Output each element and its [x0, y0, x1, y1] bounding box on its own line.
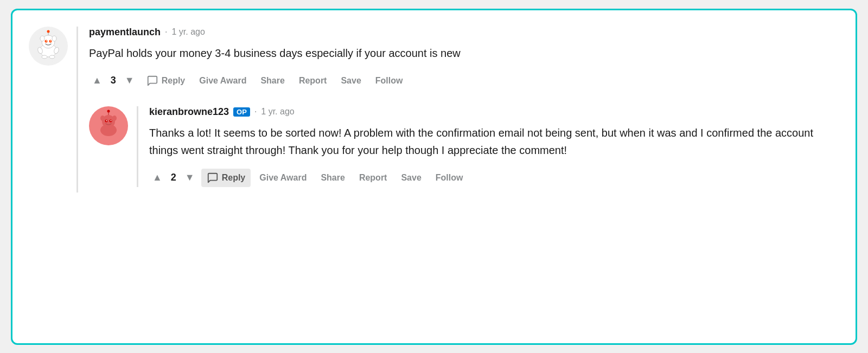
avatar-kieranbrowne123: [89, 106, 128, 145]
comment-1-timestamp: 1 yr. ago: [171, 27, 205, 37]
comment-1-actions: ▲ 3 ▼ Reply Give Award Share Report: [89, 72, 834, 90]
svg-point-5: [46, 40, 47, 41]
comment-1-dot: ·: [165, 27, 167, 37]
svg-point-22: [100, 115, 105, 121]
svg-point-6: [50, 40, 52, 41]
comment-2-dot: ·: [254, 107, 257, 117]
reply-icon-2: [207, 172, 219, 184]
comment-1-report-button[interactable]: Report: [293, 73, 333, 89]
svg-point-25: [107, 110, 110, 112]
comment-1-follow-button[interactable]: Follow: [370, 73, 409, 89]
reply-icon: [146, 75, 158, 87]
comment-2: kieranbrowne123 OP · 1 yr. ago Thanks a …: [89, 106, 834, 187]
svg-point-23: [112, 115, 117, 121]
comment-2-reply-label: Reply: [222, 173, 246, 183]
comment-2-share-button[interactable]: Share: [315, 170, 350, 186]
comments-container: paymentlaunch · 1 yr. ago PayPal holds y…: [11, 9, 857, 345]
comment-1-body: paymentlaunch · 1 yr. ago PayPal holds y…: [76, 27, 834, 192]
comment-1-share-label: Share: [260, 76, 284, 86]
comment-2-report-label: Report: [359, 173, 387, 183]
comment-2-text: Thanks a lot! It seems to be sorted now!…: [149, 124, 834, 159]
comment-1-downvote[interactable]: ▼: [122, 73, 138, 88]
svg-point-20: [106, 120, 107, 121]
comment-2-upvote[interactable]: ▲: [149, 170, 165, 185]
comment-1-upvote[interactable]: ▲: [89, 73, 105, 88]
svg-point-13: [42, 55, 47, 59]
comment-2-give-award-button[interactable]: Give Award: [254, 170, 312, 186]
svg-point-8: [52, 36, 56, 41]
comment-2-share-label: Share: [321, 173, 344, 183]
comment-1-report-label: Report: [299, 76, 327, 86]
comment-2-save-label: Save: [401, 173, 421, 183]
comment-2-follow-label: Follow: [436, 173, 463, 183]
comment-2-save-button[interactable]: Save: [395, 170, 426, 186]
comment-1-give-award-label: Give Award: [199, 76, 246, 86]
svg-point-10: [47, 30, 50, 33]
svg-point-21: [111, 120, 112, 121]
comment-2-vote-count: 2: [169, 172, 178, 183]
comment-1-share-button[interactable]: Share: [255, 73, 290, 89]
comment-2-meta: kieranbrowne123 OP · 1 yr. ago: [149, 106, 834, 118]
comment-1-give-award-button[interactable]: Give Award: [194, 73, 252, 89]
svg-point-14: [49, 55, 55, 59]
comment-2-actions: ▲ 2 ▼ Reply Give Award: [149, 169, 834, 187]
svg-point-17: [100, 124, 117, 136]
comment-1-vote-count: 3: [108, 75, 118, 86]
comment-1-meta: paymentlaunch · 1 yr. ago: [89, 27, 834, 38]
avatar-paymentlaunch: [29, 27, 68, 66]
comment-2-username: kieranbrowne123: [149, 106, 229, 118]
svg-point-7: [40, 36, 44, 41]
comment-1: paymentlaunch · 1 yr. ago PayPal holds y…: [29, 27, 834, 192]
comment-2-follow-button[interactable]: Follow: [430, 170, 469, 186]
comment-1-follow-label: Follow: [375, 76, 403, 86]
comment-1-text: PayPal holds your money 3-4 business day…: [89, 44, 834, 62]
comment-2-body: kieranbrowne123 OP · 1 yr. ago Thanks a …: [137, 106, 834, 187]
comment-2-give-award-label: Give Award: [259, 173, 307, 183]
comment-2-report-button[interactable]: Report: [354, 170, 393, 186]
comment-1-save-label: Save: [341, 76, 361, 86]
comment-1-save-button[interactable]: Save: [335, 73, 366, 89]
comment-2-wrapper: kieranbrowne123 OP · 1 yr. ago Thanks a …: [89, 106, 834, 187]
comment-2-downvote[interactable]: ▼: [182, 170, 198, 185]
comment-1-reply-label: Reply: [162, 76, 186, 86]
op-badge: OP: [233, 107, 250, 117]
comment-1-username: paymentlaunch: [89, 27, 161, 38]
comment-2-reply-button[interactable]: Reply: [201, 169, 251, 187]
comment-2-timestamp: 1 yr. ago: [261, 107, 294, 117]
comment-1-reply-button[interactable]: Reply: [141, 72, 191, 90]
